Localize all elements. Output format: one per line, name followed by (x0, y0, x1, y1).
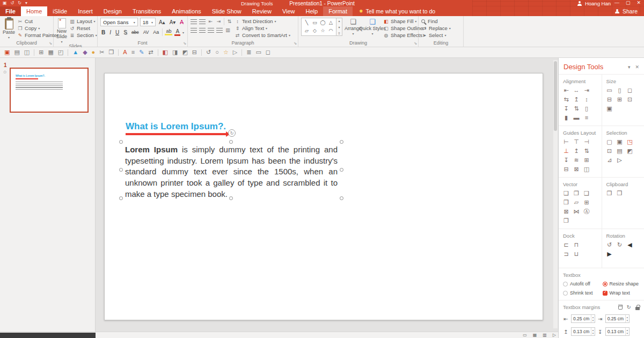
toolbar-icon[interactable]: ↺ (206, 49, 211, 55)
size-icon[interactable]: ⊟ (606, 97, 613, 102)
resize-handle[interactable] (340, 196, 343, 200)
size-icon[interactable]: ⊡ (627, 97, 633, 102)
columns-button[interactable]: ▥ (225, 27, 231, 33)
tab-transitions[interactable]: Transitions (127, 6, 166, 16)
tab-home[interactable]: Home (21, 6, 47, 16)
alignment-icon[interactable]: ▯ (583, 106, 590, 112)
rotate-handle[interactable]: ↻ (228, 129, 236, 137)
selection-icon[interactable]: ▣ (617, 139, 623, 145)
selection-icon[interactable]: ⊿ (606, 157, 613, 163)
slide-thumbnail[interactable]: What is Lorem Ipsum?. (10, 68, 89, 113)
select-button[interactable]: ➤ Select ▾ (421, 32, 451, 38)
layout-button[interactable]: ▥ Layout ▾ (69, 18, 97, 24)
minimize-button[interactable]: — (614, 0, 619, 5)
gallery-down-icon[interactable]: ▾ (338, 25, 340, 29)
size-icon[interactable]: ◻ (627, 87, 633, 93)
resize-handle[interactable] (229, 140, 233, 144)
highlight-color-button[interactable]: ab (165, 29, 172, 35)
alignment-icon[interactable]: ▬ (573, 115, 580, 121)
tab-slide-show[interactable]: Slide Show (207, 6, 247, 16)
tab-review[interactable]: Review (247, 6, 277, 16)
spinner-down-icon[interactable]: ▾ (627, 332, 628, 335)
toolbar-icon[interactable]: ▲ (72, 49, 78, 55)
panel-options-icon[interactable]: ▾ (628, 64, 631, 70)
tell-me-box[interactable]: ✹ Tell me what you want to do (353, 6, 442, 16)
guides-icon[interactable]: ↥ (573, 148, 580, 154)
vector-icon[interactable]: ❑ (583, 190, 590, 196)
wrap-text-checkbox[interactable]: Wrap text (603, 290, 640, 296)
shape-icon[interactable]: ◯ (319, 19, 327, 27)
shape-icon[interactable]: △ (327, 19, 335, 27)
restore-button[interactable]: ▢ (626, 0, 631, 5)
toolbar-icon[interactable]: ⊞ (39, 49, 43, 55)
toolbar-icon[interactable]: ≣ (246, 49, 251, 55)
vector-icon[interactable]: Ⓐ (583, 209, 590, 215)
guides-icon[interactable]: ≋ (573, 157, 580, 163)
toolbar-icon[interactable]: ◧ (163, 49, 168, 55)
font-color-button[interactable]: A (174, 29, 180, 36)
alignment-icon[interactable]: ↧ (563, 106, 569, 112)
toolbar-icon[interactable]: ◰ (58, 49, 63, 55)
gallery-up-icon[interactable]: ▴ (338, 19, 340, 23)
dock-icon[interactable]: ⊏ (563, 242, 569, 248)
character-spacing-button[interactable]: AV (142, 30, 150, 35)
shape-icon[interactable]: ▭ (311, 19, 319, 27)
resize-handle[interactable] (340, 168, 343, 172)
dock-icon[interactable]: ⊔ (573, 251, 580, 257)
account-button[interactable]: Hoang Han (577, 1, 611, 6)
line-spacing-button[interactable]: ⇅ (226, 19, 232, 24)
lock-margins-icon[interactable] (635, 307, 640, 310)
paste-button[interactable]: Paste ▾ (3, 18, 15, 39)
share-button[interactable]: Share (609, 6, 644, 16)
view-icon[interactable]: ▷ (553, 333, 556, 337)
resize-handle[interactable] (229, 196, 233, 200)
format-painter-button[interactable]: ✎ Format Painter (17, 32, 58, 38)
top-margin-input[interactable]: 0.13 cm ▴▾ (571, 327, 595, 336)
tab-islide[interactable]: iSlide (47, 6, 72, 16)
section-button[interactable]: ≣ Section ▾ (69, 32, 97, 38)
autofit-off-radio[interactable]: Autofit off (563, 281, 601, 286)
spinner-down-icon[interactable]: ▾ (627, 319, 628, 322)
resize-handle[interactable] (119, 168, 123, 172)
toolbar-icon[interactable]: ▤ (14, 49, 19, 55)
scrollbar-thumb[interactable] (554, 61, 557, 131)
guides-icon[interactable]: ⊠ (573, 166, 580, 172)
shape-icon[interactable]: ╲ (303, 19, 311, 27)
font-dialog-launcher[interactable]: ⇘ (183, 41, 186, 46)
alignment-icon[interactable]: ⇅ (573, 106, 580, 112)
justify-button[interactable] (216, 28, 223, 33)
alignment-icon[interactable]: ↔ (573, 87, 580, 93)
vector-icon[interactable]: ▱ (573, 200, 580, 205)
font-size-combo[interactable]: 18 ▾ (140, 18, 156, 26)
underline-button[interactable]: U (114, 30, 120, 35)
paragraph-dialog-launcher[interactable]: ⇘ (294, 41, 297, 46)
tab-help[interactable]: Help (301, 6, 324, 16)
alignment-icon[interactable]: ↥ (573, 97, 580, 102)
resize-handle[interactable] (119, 140, 123, 144)
toolbar-icon[interactable]: ● (92, 49, 96, 55)
size-icon[interactable]: ⊞ (617, 97, 623, 102)
toolbar-icon[interactable]: ◨ (172, 49, 178, 55)
dock-icon[interactable]: ⊓ (573, 242, 580, 248)
toolbar-icon[interactable]: ✂ (99, 49, 104, 55)
align-left-button[interactable] (191, 28, 197, 33)
toolbar-icon[interactable]: ▭ (255, 49, 261, 55)
spinner-down-icon[interactable]: ▾ (592, 332, 594, 335)
panel-close-icon[interactable]: ✕ (635, 64, 639, 70)
vector-icon[interactable]: ❒ (563, 200, 569, 205)
shape-icon[interactable]: ◇ (311, 27, 319, 35)
selection-icon[interactable]: ▷ (617, 157, 623, 163)
delete-margins-icon[interactable] (618, 305, 623, 310)
tab-format[interactable]: Format (323, 6, 353, 16)
convert-to-smartart-button[interactable]: ⇄ Convert to SmartArt ▾ (235, 32, 290, 38)
body-text[interactable]: Lorem Ipsum is simply dummy text of the … (121, 142, 341, 202)
copy-button[interactable]: ❐ Copy ▾ (17, 25, 58, 31)
reset-margins-icon[interactable]: ↻ (627, 304, 631, 310)
quick-styles-button[interactable]: ❑ Quick Styles ▾ (364, 18, 381, 36)
text-direction-button[interactable]: ↕ Text Direction ▾ (235, 18, 290, 24)
tab-design[interactable]: Design (98, 6, 127, 16)
clipboard-dialog-launcher[interactable]: ⇘ (49, 41, 52, 46)
left-margin-input[interactable]: 0.25 cm ▴▾ (571, 314, 595, 323)
selection-icon[interactable]: ▤ (617, 148, 623, 154)
dock-icon[interactable]: ⊐ (563, 251, 569, 257)
